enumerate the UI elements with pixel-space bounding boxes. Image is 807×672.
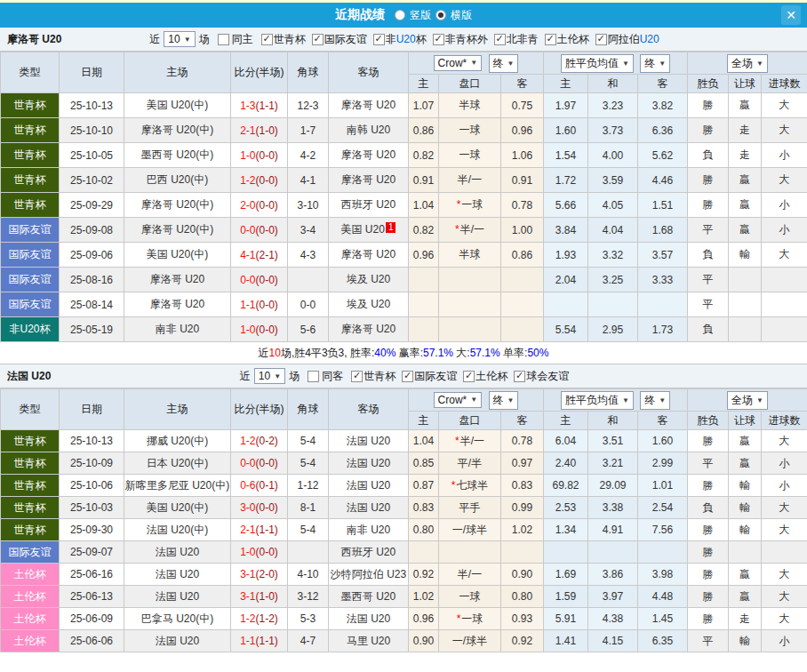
games-count-select[interactable]: 10▼ xyxy=(164,31,195,47)
match-row: 非U20杯25-05-19南非 U201-0(0-0)5-6摩洛哥 U205.5… xyxy=(1,317,807,342)
league-label: 球会友谊 xyxy=(526,369,569,384)
odds-away xyxy=(501,268,544,292)
caret-down-icon: ▼ xyxy=(507,60,515,68)
check-icon: ✓ xyxy=(515,371,523,380)
corner-count: 5-6 xyxy=(288,317,329,342)
result-wdl: 平 xyxy=(688,292,729,317)
fulltime-score: 1-0 xyxy=(240,149,255,162)
result-handicap: 輸 xyxy=(729,475,762,497)
games-count-select[interactable]: 10▼ xyxy=(254,368,285,384)
odds-final-select[interactable]: 终▼ xyxy=(489,54,519,73)
line-text: 一球 xyxy=(461,612,483,625)
summary-part: 单率: xyxy=(500,347,528,359)
league-checkbox[interactable]: ✓ xyxy=(261,34,273,45)
odds-final-value: 终 xyxy=(493,56,504,71)
league-checkbox[interactable]: ✓ xyxy=(433,34,444,45)
league-checkbox[interactable]: ✓ xyxy=(351,371,363,382)
home-team: 摩洛哥 U20 xyxy=(124,268,231,292)
caret-down-icon: ▼ xyxy=(756,60,763,68)
fulltime-score: 1-0 xyxy=(240,546,255,558)
avg-source-select[interactable]: 胜平负均值▼ xyxy=(561,391,634,410)
league-label-part: 非 xyxy=(386,33,396,45)
avg-source-select[interactable]: 胜平负均值▼ xyxy=(561,54,634,73)
col-avg-home: 主 xyxy=(544,75,588,93)
close-button[interactable]: ✕ xyxy=(781,5,801,25)
fulltime-score: 2-0 xyxy=(240,199,255,212)
caret-down-icon: ▼ xyxy=(622,60,629,68)
handicap-line xyxy=(439,317,501,342)
check-icon: ✓ xyxy=(263,34,271,44)
away-team-name: 摩洛哥 U20 xyxy=(341,148,396,161)
avg-home: 1.41 xyxy=(544,630,588,652)
match-score: 0-0(0-0) xyxy=(231,218,288,243)
avg-home: 1.59 xyxy=(544,586,588,608)
avg-away: 3.57 xyxy=(638,243,688,268)
same-side-checkbox[interactable] xyxy=(218,34,229,45)
near-label: 近 xyxy=(240,369,251,384)
match-date: 25-10-09 xyxy=(60,452,124,475)
handicap-line: *半/一 xyxy=(439,430,501,452)
result-wdl: 勝 xyxy=(688,118,729,143)
titlebar: 近期战绩 竖版 横版 ✕ xyxy=(0,3,807,28)
away-team: 美国 U201 xyxy=(329,218,409,243)
result-goals: 大 xyxy=(762,519,807,541)
odds-final-value: 终 xyxy=(493,393,504,408)
caret-down-icon: ▼ xyxy=(507,396,515,404)
odds-away: 0.83 xyxy=(501,475,544,497)
avg-group-header: 胜平负均值▼ 终▼ xyxy=(544,389,688,412)
avg-final-select[interactable]: 终▼ xyxy=(640,54,670,73)
fulltime-score: 1-2 xyxy=(240,612,255,625)
col-res-wdl: 胜负 xyxy=(688,75,729,93)
col-corner: 角球 xyxy=(288,52,329,93)
league-checkbox[interactable]: ✓ xyxy=(402,371,413,382)
home-team: 法国 U20 xyxy=(124,586,231,608)
avg-away: 4.48 xyxy=(638,586,688,608)
league-badge: 世青杯 xyxy=(1,475,60,497)
col-home: 主场 xyxy=(124,52,231,93)
result-goals: 小 xyxy=(762,452,807,475)
odds-source-select[interactable]: Crow*▼ xyxy=(434,392,483,408)
full-match-select[interactable]: 全场▼ xyxy=(727,391,768,410)
league-checkbox[interactable]: ✓ xyxy=(514,371,525,382)
avg-away: 3.82 xyxy=(638,93,688,118)
match-row: 世青杯25-09-29摩洛哥 U20(中)2-0(0-0)3-10西班牙 U20… xyxy=(1,193,807,218)
vertical-layout-radio[interactable] xyxy=(395,10,405,20)
avg-final-select[interactable]: 终▼ xyxy=(640,391,670,410)
result-handicap: 贏 xyxy=(729,93,762,118)
match-score: 2-1(1-0) xyxy=(231,118,288,143)
avg-draw: 4.38 xyxy=(588,608,638,630)
match-row: 土伦杯25-06-06法国 U201-1(1-1)4-7马里 U200.90一/… xyxy=(1,630,807,652)
avg-final-value: 终 xyxy=(644,56,655,71)
result-wdl: 勝 xyxy=(688,168,729,193)
home-team: 法国 U20 xyxy=(124,564,231,586)
same-side-checkbox[interactable] xyxy=(308,371,319,382)
match-score: 3-1(1-0) xyxy=(231,586,288,608)
league-checkbox[interactable]: ✓ xyxy=(373,34,385,45)
league-checkbox[interactable]: ✓ xyxy=(595,34,607,45)
league-checkbox[interactable]: ✓ xyxy=(312,34,324,45)
line-text: 半球 xyxy=(459,99,481,111)
league-checkbox[interactable]: ✓ xyxy=(494,34,506,45)
league-label-part: 国际友谊 xyxy=(324,33,367,45)
match-row: 国际友谊25-09-08摩洛哥 U20(中)0-0(0-0)3-4美国 U201… xyxy=(1,218,807,243)
result-goals: 大 xyxy=(762,243,807,268)
horizontal-layout-radio[interactable] xyxy=(435,10,446,20)
match-score: 1-2(0-0) xyxy=(231,168,288,193)
col-corner: 角球 xyxy=(288,389,329,430)
away-team: 南韩 U20 xyxy=(329,118,409,143)
halftime-score: (1-0) xyxy=(256,590,278,603)
odds-final-select[interactable]: 终▼ xyxy=(489,391,519,410)
league-label-part: 杯 xyxy=(416,33,427,45)
halftime-score: (1-1) xyxy=(256,635,278,647)
away-team: 埃及 U20 xyxy=(329,292,409,317)
summary-part: 57.1% xyxy=(470,347,500,359)
match-row: 世青杯25-10-13美国 U20(中)1-3(1-1)12-3摩洛哥 U201… xyxy=(1,93,807,118)
league-checkbox[interactable]: ✓ xyxy=(545,34,556,45)
avg-home: 2.04 xyxy=(544,268,588,292)
odds-source-select[interactable]: Crow*▼ xyxy=(434,55,483,71)
league-checkbox[interactable]: ✓ xyxy=(463,371,475,382)
fulltime-score: 2-1 xyxy=(240,524,255,536)
result-wdl: 平 xyxy=(688,218,729,243)
full-match-select[interactable]: 全场▼ xyxy=(727,54,768,73)
halftime-score: (0-0) xyxy=(256,174,278,187)
